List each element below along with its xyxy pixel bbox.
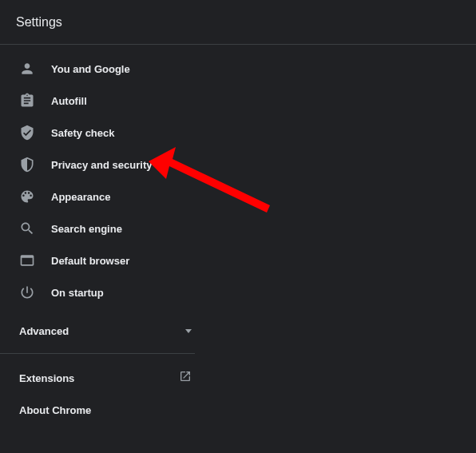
- sidebar-item-on-startup[interactable]: On startup: [0, 276, 203, 308]
- browser-icon: [19, 252, 35, 268]
- search-icon: [19, 221, 35, 236]
- sidebar-advanced-toggle[interactable]: Advanced: [0, 315, 203, 347]
- sidebar-item-label: On startup: [51, 287, 104, 299]
- palette-icon: [19, 189, 35, 205]
- sidebar-item-label: Search engine: [51, 223, 122, 235]
- sidebar-item-safety-check[interactable]: Safety check: [0, 117, 203, 149]
- sidebar-item-label: Appearance: [51, 191, 110, 203]
- advanced-label: Advanced: [19, 325, 69, 337]
- shield-icon: [19, 157, 35, 173]
- chevron-down-icon: [185, 329, 192, 333]
- sidebar-item-appearance[interactable]: Appearance: [0, 181, 203, 213]
- sidebar-item-default-browser[interactable]: Default browser: [0, 244, 203, 276]
- about-label: About Chrome: [19, 404, 91, 416]
- sidebar-item-autofill[interactable]: Autofill: [0, 85, 203, 117]
- sidebar-item-privacy-security[interactable]: Privacy and security: [0, 149, 203, 181]
- sidebar-item-label: Default browser: [51, 255, 129, 267]
- person-icon: [19, 61, 35, 77]
- extensions-label: Extensions: [19, 372, 74, 384]
- sidebar-divider: [0, 353, 195, 354]
- sidebar-item-you-and-google[interactable]: You and Google: [0, 53, 203, 85]
- sidebar-item-extensions[interactable]: Extensions: [0, 362, 203, 394]
- shield-check-icon: [19, 125, 35, 141]
- page-title: Settings: [16, 15, 62, 30]
- settings-sidebar: You and Google Autofill Safety check Pri…: [0, 45, 203, 426]
- settings-header: Settings: [0, 0, 476, 45]
- sidebar-item-search-engine[interactable]: Search engine: [0, 213, 203, 244]
- sidebar-item-label: You and Google: [51, 63, 130, 75]
- power-icon: [19, 284, 35, 300]
- sidebar-item-label: Safety check: [51, 127, 115, 139]
- sidebar-item-about-chrome[interactable]: About Chrome: [0, 394, 203, 426]
- sidebar-item-label: Privacy and security: [51, 159, 152, 171]
- sidebar-item-label: Autofill: [51, 95, 87, 107]
- clipboard-icon: [19, 93, 35, 109]
- open-in-new-icon: [179, 370, 192, 386]
